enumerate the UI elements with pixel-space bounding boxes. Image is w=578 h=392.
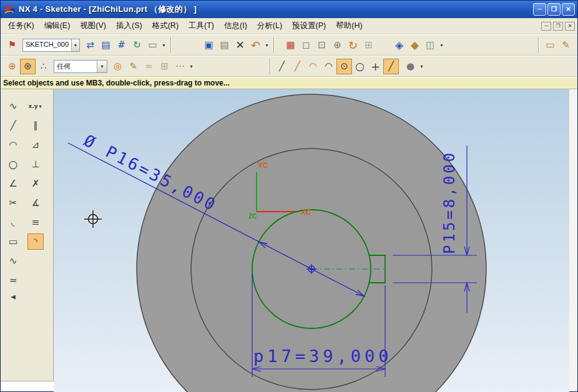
sheet-dropdown-icon[interactable]: ▾ — [160, 37, 167, 53]
menu-format[interactable]: 格式(R) — [147, 18, 184, 34]
dimension-width-label[interactable]: P15=8,000 — [441, 150, 458, 254]
line-icon[interactable]: ╱ — [274, 59, 290, 74]
palette-bottom-panel — [1, 381, 54, 391]
mdi-minimize-button[interactable]: ─ — [541, 22, 551, 31]
window-title: NX 4 - Sketcher - [ZhiChiLun.prt （修改的） ] — [19, 4, 532, 15]
more-options-icon[interactable]: ⋯ — [172, 59, 188, 74]
more-options-dropdown-icon[interactable]: ▾ — [188, 59, 195, 74]
delete-constraint-icon[interactable]: ✗ — [27, 175, 44, 192]
close-button[interactable]: ✕ — [562, 3, 575, 16]
menu-information[interactable]: 信息(I) — [219, 18, 252, 34]
sketch-canvas[interactable]: Ø P16=35,000 P15=8,000 — [54, 89, 569, 392]
update-model-icon[interactable]: ↻ — [129, 37, 145, 53]
menu-analysis[interactable]: 分析(L) — [252, 18, 287, 34]
sketch-name-dropdown-icon[interactable]: ▾ — [71, 39, 79, 51]
inferred-constraints-icon[interactable]: ◎ — [110, 59, 125, 74]
sheet-icon[interactable]: ▭ — [145, 37, 160, 53]
menu-preferences[interactable]: 预设置(P) — [287, 18, 331, 34]
menu-bar: 任务(K) 编辑(E) 视图(V) 插入(S) 格式(R) 工具(T) 信息(I… — [1, 18, 577, 34]
delete-icon[interactable]: ✕ — [232, 37, 248, 53]
snap-point-icon[interactable]: ⊛ — [20, 59, 36, 74]
menu-view[interactable]: 视图(V) — [75, 18, 111, 34]
inferred-dimensions-icon[interactable]: x.y▾ — [27, 98, 44, 114]
prompt-bar: Select objects and use MB3, double-click… — [1, 77, 577, 89]
edit-pencil-icon[interactable]: ✎ — [558, 37, 574, 53]
menu-task[interactable]: 任务(K) — [3, 18, 39, 34]
toolbar-separator — [273, 37, 275, 53]
show-constraints-icon[interactable]: ∡ — [27, 195, 44, 211]
selection-filter-dropdown-icon[interactable]: ▾ — [97, 61, 107, 72]
arc-icon[interactable]: ◠ — [305, 59, 321, 74]
minimize-button[interactable]: ─ — [533, 3, 546, 16]
link-select-icon[interactable]: ⊞ — [157, 59, 172, 74]
selection-filter-combo[interactable]: 任何 ▾ — [54, 60, 107, 73]
menu-tools[interactable]: 工具(T) — [184, 18, 219, 34]
save-icon[interactable]: ▣ — [201, 37, 217, 53]
reattach-icon[interactable]: ⇄ — [82, 37, 98, 53]
chain-select-icon[interactable]: ∞ — [141, 59, 157, 74]
sketch-grid-icon[interactable]: # — [114, 37, 129, 53]
rotate-view-icon[interactable]: ↻ — [345, 37, 361, 53]
fillet-option-icon[interactable]: ◝ — [27, 233, 44, 250]
auto-dimension-icon[interactable]: ≡ — [27, 214, 44, 230]
point-on-curve-icon[interactable]: ∴ — [36, 59, 51, 74]
angle-constraint-icon[interactable]: ⊿ — [27, 137, 44, 153]
fillet-tool-icon[interactable]: ◟ — [5, 214, 21, 230]
shaded-sphere-icon[interactable]: ● — [403, 59, 418, 74]
menu-help[interactable]: 帮助(H) — [331, 18, 367, 34]
zoom-in-icon[interactable]: ⊕ — [330, 37, 345, 53]
sphere-dropdown-icon[interactable]: ▾ — [418, 59, 425, 74]
dimension-length-label[interactable]: p17=39,000 — [253, 346, 393, 366]
palette-scroll-left-icon[interactable]: ◂ — [5, 292, 21, 301]
arc-3pt-icon[interactable]: ◠ — [321, 59, 336, 74]
derived-lines-icon[interactable]: ∠ — [5, 175, 21, 192]
display-sketch-icon[interactable]: ▤ — [98, 37, 114, 53]
parallel-constraint-icon[interactable]: ∥ — [27, 117, 44, 134]
pan-view-icon[interactable]: ⊞ — [361, 37, 376, 53]
selection-filter-value: 任何 — [54, 61, 97, 72]
palette-empty-cell — [27, 292, 44, 301]
yc-axis-label: YC — [258, 161, 268, 170]
circle-center-icon[interactable]: ⊙ — [336, 59, 352, 74]
snap-position-icon[interactable]: ⊕ — [4, 59, 20, 74]
menu-edit[interactable]: 编辑(E) — [39, 18, 76, 34]
maximize-button[interactable]: ❐ — [547, 3, 561, 16]
arc-tool-icon[interactable]: ◠ — [5, 137, 21, 153]
undo-dropdown-icon[interactable]: ▾ — [263, 37, 270, 53]
print-icon[interactable]: ▤ — [217, 37, 232, 53]
isometric-view-icon[interactable]: ◈ — [391, 37, 407, 53]
layout-icon[interactable]: ◫ — [423, 37, 438, 53]
studio-spline-icon[interactable]: ≈ — [5, 272, 21, 288]
circle-tool-icon[interactable]: ○ — [5, 156, 21, 172]
circle-icon[interactable]: ○ — [352, 59, 368, 74]
toolbar-separator — [270, 59, 271, 74]
nx-window: NX 4 - Sketcher - [ZhiChiLun.prt （修改的） ]… — [0, 0, 578, 392]
profile-icon[interactable]: ∿ — [5, 98, 21, 114]
sketch-name-combo[interactable]: SKETCH_000 ▾ — [22, 39, 80, 52]
layout-dropdown-icon[interactable]: ▾ — [438, 37, 445, 53]
palette-empty-cell — [27, 253, 44, 269]
quick-trim-icon[interactable]: ╱ — [383, 59, 399, 74]
create-note-icon[interactable]: ✎ — [125, 59, 141, 74]
dimension-width-label-group[interactable]: P15=8,000 — [441, 150, 458, 254]
perpendicular-constraint-icon[interactable]: ⊥ — [27, 156, 44, 172]
menu-insert[interactable]: 插入(S) — [111, 18, 147, 34]
point-icon[interactable]: + — [368, 59, 383, 74]
mdi-restore-button[interactable]: ❐ — [553, 22, 563, 31]
quick-trim-tool-icon[interactable]: ✂ — [5, 195, 21, 211]
select-window-icon[interactable]: ▦ — [283, 37, 298, 53]
spline-tool-icon[interactable]: ∿ — [5, 253, 21, 269]
sketch-tool-palette: ∿ x.y▾ ╱ ∥ ◠ ⊿ ○ ⊥ ∠ ✗ ✂ ∡ ◟ ≡ ▭ ◝ ∿ ≈ ◂ — [1, 89, 54, 391]
undo-icon[interactable]: ↶ — [248, 37, 263, 53]
rectangle-tool-icon[interactable]: ▭ — [5, 233, 21, 250]
measure-icon[interactable]: ▭ — [542, 37, 558, 53]
line-with-point-icon[interactable]: ╱ — [290, 59, 305, 74]
mdi-close-button[interactable]: ✕ — [565, 22, 575, 31]
shaded-view-icon[interactable]: ◆ — [407, 37, 423, 53]
display-box-icon[interactable]: ◻ — [298, 37, 314, 53]
finish-sketch-flag-icon[interactable]: ⚑ — [4, 37, 20, 53]
line-tool-icon[interactable]: ╱ — [5, 117, 21, 134]
dimensions-dropdown-icon[interactable]: ▾ — [38, 99, 43, 114]
fit-view-icon[interactable]: ⊡ — [314, 37, 330, 53]
prompt-text: Select objects and use MB3, double-click… — [3, 79, 230, 87]
